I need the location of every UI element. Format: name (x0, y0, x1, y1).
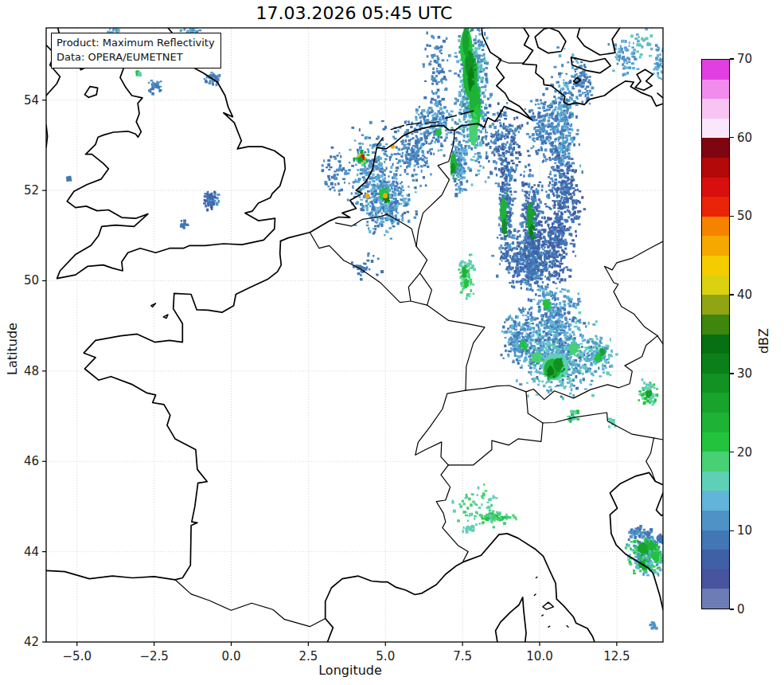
y-tick-label: 44 (24, 545, 39, 559)
y-tick-label: 54 (24, 93, 39, 108)
colorbar-segment (702, 158, 729, 178)
y-tick-label: 48 (24, 364, 39, 378)
x-tick-label: −2.5 (139, 649, 168, 663)
colorbar-segment (702, 276, 729, 296)
colorbar-tick (730, 137, 734, 138)
colorbar-segment (702, 433, 729, 452)
colorbar-tick-label: 50 (737, 209, 752, 223)
y-axis-label: Latitude (5, 323, 20, 375)
colorbar-tick-label: 70 (737, 52, 752, 66)
y-tick-label: 52 (24, 183, 39, 198)
data-source-line: Data: OPERA/EUMETNET (57, 50, 215, 65)
figure-title: 17.03.2026 05:45 UTC (256, 3, 453, 23)
colorbar-segment (702, 589, 729, 609)
colorbar-segment (702, 374, 729, 393)
colorbar-segment (702, 354, 729, 374)
colorbar-tick (730, 530, 734, 531)
product-annotation: Product: Maximum Reflectivity Data: OPER… (51, 33, 221, 68)
x-tick-label: −5.0 (63, 649, 92, 663)
colorbar-segment (702, 335, 729, 354)
colorbar-segment (702, 295, 729, 315)
colorbar-segment (702, 197, 729, 217)
colorbar-segment (702, 236, 729, 256)
colorbar (701, 59, 730, 609)
colorbar-segment (702, 570, 729, 589)
colorbar-segment (702, 138, 729, 158)
colorbar-tick (730, 294, 734, 295)
colorbar-segment (702, 452, 729, 472)
radar-figure: 17.03.2026 05:45 UTC Product: Maximum Re… (0, 0, 784, 685)
x-tick-label: 10.0 (526, 649, 552, 663)
colorbar-tick (730, 373, 734, 374)
colorbar-segment (702, 472, 729, 491)
map-canvas (0, 0, 784, 685)
colorbar-segment (702, 413, 729, 433)
y-tick-label: 50 (24, 273, 39, 288)
colorbar-tick-label: 20 (737, 445, 752, 460)
colorbar-tick (730, 58, 734, 59)
y-tick-label: 42 (24, 635, 39, 649)
colorbar-segment (702, 99, 729, 119)
x-tick-label: 0.0 (222, 649, 241, 663)
colorbar-segment (702, 550, 729, 570)
colorbar-segment (702, 256, 729, 276)
colorbar-segment (702, 80, 729, 100)
colorbar-segment (702, 217, 729, 237)
x-tick-label: 12.5 (603, 649, 630, 663)
x-tick-label: 7.5 (453, 649, 472, 663)
colorbar-tick (730, 216, 734, 217)
colorbar-segment (702, 491, 729, 511)
colorbar-label: dBZ (756, 328, 771, 354)
y-tick-label: 46 (24, 454, 39, 468)
colorbar-tick-label: 40 (737, 288, 752, 302)
colorbar-segment (702, 60, 729, 80)
x-tick-label: 2.5 (298, 649, 318, 663)
colorbar-tick-label: 30 (737, 366, 752, 381)
colorbar-segment (702, 393, 729, 413)
colorbar-tick-label: 10 (737, 523, 752, 538)
product-line: Product: Maximum Reflectivity (57, 36, 215, 50)
colorbar-segment (702, 119, 729, 139)
colorbar-segment (702, 511, 729, 530)
colorbar-segment (702, 530, 729, 550)
colorbar-segment (702, 178, 729, 198)
colorbar-tick (730, 452, 734, 452)
x-tick-label: 5.0 (376, 649, 395, 663)
colorbar-tick (730, 609, 734, 609)
colorbar-segment (702, 315, 729, 335)
colorbar-tick-label: 0 (737, 602, 745, 616)
country-borders (175, 60, 663, 627)
colorbar-tick-label: 60 (737, 131, 752, 145)
x-axis-label: Longitude (318, 663, 382, 678)
radar-echoes (66, 0, 669, 630)
